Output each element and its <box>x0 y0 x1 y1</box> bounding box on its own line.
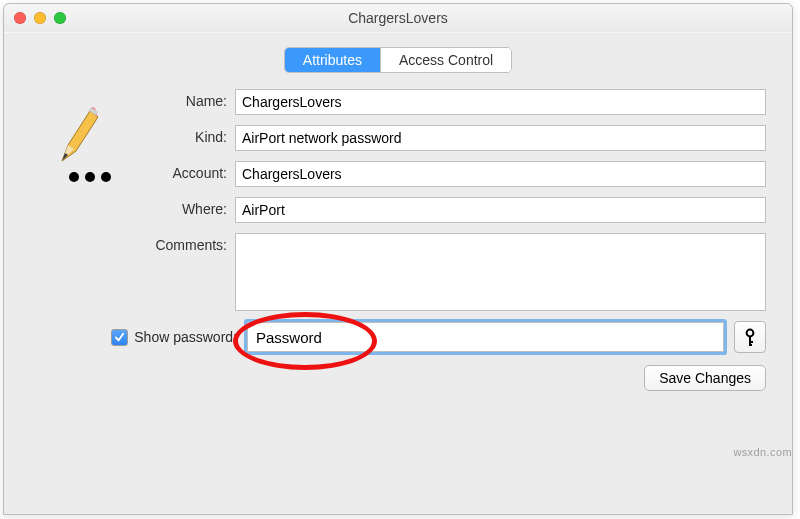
checkmark-icon <box>114 332 125 343</box>
comments-field[interactable] <box>235 233 766 311</box>
password-assistant-button[interactable] <box>734 321 766 353</box>
svg-point-5 <box>747 330 754 337</box>
close-icon[interactable] <box>14 12 26 24</box>
show-password-checkbox[interactable] <box>111 329 128 346</box>
tab-access-control[interactable]: Access Control <box>380 48 511 72</box>
keychain-item-window: ChargersLovers Attributes Access Control <box>3 3 793 515</box>
traffic-lights <box>14 12 66 24</box>
kind-field[interactable] <box>235 125 766 151</box>
zoom-icon[interactable] <box>54 12 66 24</box>
watermark: wsxdn.com <box>733 446 792 458</box>
account-label: Account: <box>132 161 227 181</box>
save-changes-button[interactable]: Save Changes <box>644 365 766 391</box>
comments-label: Comments: <box>132 233 227 253</box>
svg-rect-8 <box>749 344 752 346</box>
show-password-label: Show password: <box>134 329 237 345</box>
where-field[interactable] <box>235 197 766 223</box>
name-field[interactable] <box>235 89 766 115</box>
password-field[interactable] <box>247 322 724 352</box>
tab-attributes[interactable]: Attributes <box>285 48 380 72</box>
titlebar: ChargersLovers <box>4 4 792 33</box>
ellipsis-icon <box>69 172 111 182</box>
name-label: Name: <box>132 89 227 109</box>
kind-label: Kind: <box>132 125 227 145</box>
tab-bar: Attributes Access Control <box>4 33 792 89</box>
account-field[interactable] <box>235 161 766 187</box>
key-icon <box>743 328 757 346</box>
item-glyph-area <box>22 89 132 311</box>
minimize-icon[interactable] <box>34 12 46 24</box>
pencil-icon <box>54 105 100 170</box>
window-title: ChargersLovers <box>348 10 448 26</box>
svg-rect-7 <box>749 341 753 343</box>
attributes-form: Name: Kind: Account: Where: Comments: <box>132 89 766 311</box>
where-label: Where: <box>132 197 227 217</box>
